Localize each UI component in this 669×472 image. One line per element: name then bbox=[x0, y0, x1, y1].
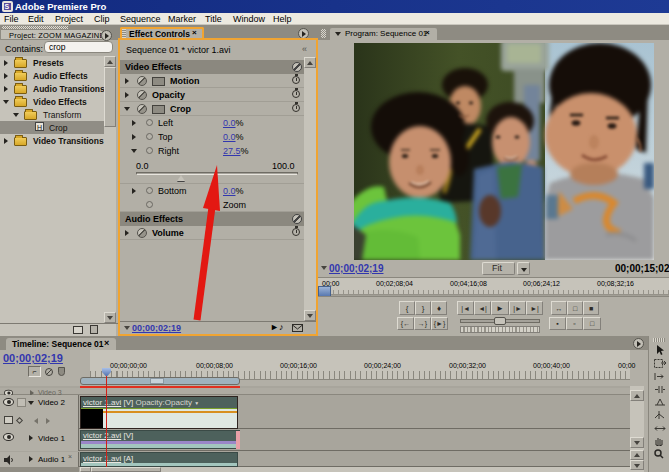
svg-text:S: S bbox=[5, 3, 10, 10]
